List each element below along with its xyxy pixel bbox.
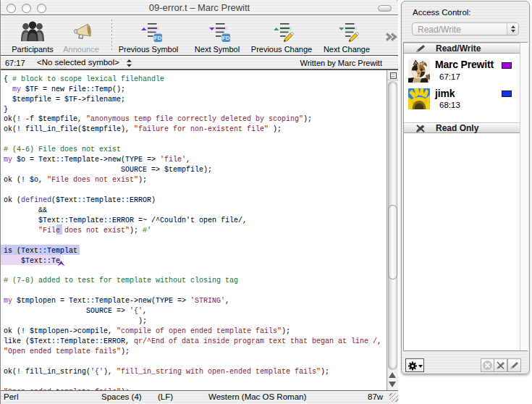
- svg-text:FD: FD: [154, 35, 162, 41]
- svg-text:FD: FD: [222, 35, 230, 41]
